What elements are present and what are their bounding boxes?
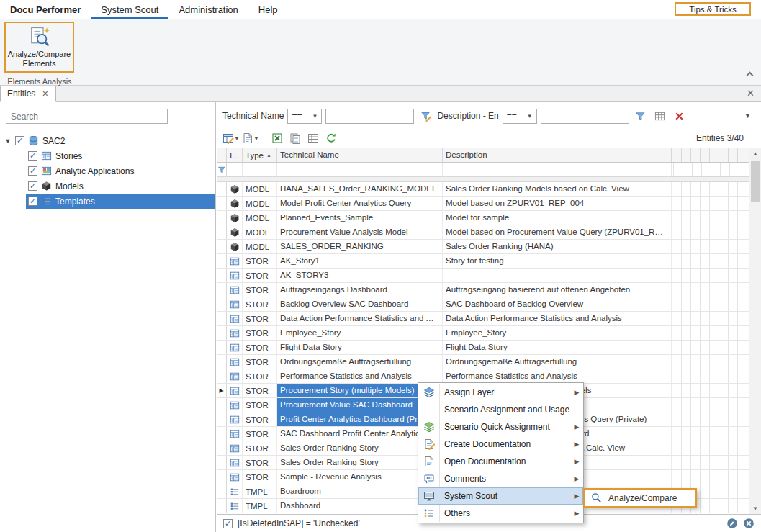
filter-grid-button[interactable] (652, 109, 668, 124)
analyze-compare-elements-button[interactable]: Analyze/Compare Elements (4, 22, 74, 73)
tree-root-sac2[interactable]: ▼✓SAC2 (0, 133, 215, 148)
row-indicator (217, 456, 227, 469)
menu-item-label: System Scout (439, 491, 570, 501)
document-menu-button[interactable]: ▼ (242, 130, 259, 146)
search-input[interactable] (6, 109, 168, 124)
checkbox[interactable]: ✓ (28, 197, 37, 206)
table-row[interactable]: STORAuftragseingangs DashboardAuftragsei… (217, 283, 749, 297)
technical-name-filter-input[interactable] (325, 109, 414, 124)
database-icon (28, 135, 39, 146)
grid-icon (307, 132, 319, 144)
row-indicator (217, 369, 227, 383)
copy-button[interactable] (287, 130, 303, 146)
story-icon (227, 398, 243, 412)
checkbox[interactable]: ✓ (28, 181, 37, 191)
table-row[interactable]: STORBacklog Overview SAC DashboardSAC Da… (217, 297, 749, 312)
table-row[interactable]: MODLModel Profit Center Analytics QueryM… (217, 197, 749, 211)
vertical-scrollbar[interactable]: ▲ ▼ (749, 148, 761, 514)
tab-close-icon[interactable]: ✕ (42, 90, 48, 98)
menubar-item-system-scout[interactable]: System Scout (91, 0, 168, 19)
column-header-icon[interactable]: I... (227, 148, 243, 162)
technical-name-operator-select[interactable]: ==▼ (287, 109, 322, 124)
table-row[interactable]: STORAK_Story1Story for testing (217, 254, 749, 269)
table-row[interactable]: STORData Action Performance Statistics a… (217, 312, 749, 326)
description-cell: Model for sample (443, 211, 672, 225)
scroll-up-icon[interactable]: ▲ (749, 148, 761, 159)
menu-item-others[interactable]: Others▶ (418, 505, 583, 522)
checkbox[interactable]: ✓ (28, 166, 37, 176)
table-row[interactable]: STORAK_STORY3 (217, 269, 749, 283)
menu-item-system-scout[interactable]: System Scout▶ (418, 487, 583, 505)
menubar-item-docu-performer[interactable]: Docu Performer (0, 0, 91, 19)
story-icon (227, 427, 243, 441)
tabstrip-close-icon[interactable]: ✕ (747, 89, 755, 98)
table-row[interactable]: MODLHANA_SALES_Order_RANKING_MODELSales … (217, 182, 749, 197)
fixed-row-separator (217, 177, 749, 182)
type-cell: TMPL (243, 499, 277, 513)
edit-view-button[interactable]: ▼ (222, 130, 240, 146)
story-icon (227, 412, 243, 426)
status-filter-checkbox[interactable]: ✓ (223, 519, 233, 528)
edit-filter-icon[interactable] (726, 518, 738, 529)
menu-item-comments[interactable]: Comments▶ (418, 470, 583, 487)
scrollbar-thumb[interactable] (751, 161, 760, 202)
table-row[interactable]: STORFlight Data StoryFlight Data Story (217, 341, 749, 355)
tips-tricks-button[interactable]: Tips & Tricks (675, 2, 751, 16)
description-cell: Sales Order Ranking (HANA) (443, 240, 672, 253)
column-header-technical-name[interactable]: Technical Name (277, 148, 443, 162)
scroll-down-icon[interactable]: ▼ (749, 502, 761, 514)
tab-entities[interactable]: Entities ✕ (0, 86, 56, 102)
table-row[interactable]: STOREmployee_StoryEmployee_Story (217, 326, 749, 341)
sidebar-item-analytic-applications[interactable]: ✓Analytic Applications (26, 163, 215, 179)
table-row[interactable]: MODLPlanned_Events_SampleModel for sampl… (217, 211, 749, 225)
type-cell: STOR (243, 398, 277, 412)
column-header-type[interactable]: Type▲ (243, 148, 277, 162)
table-row[interactable]: MODLSALES_ORDER_RANKINGSales Order Ranki… (217, 240, 749, 254)
filter-row-indicator (217, 163, 227, 176)
menu-item-scenario-quick-assignment[interactable]: Scenario Quick Assignment▶ (418, 418, 583, 436)
menubar-item-help[interactable]: Help (248, 0, 288, 19)
menu-item-assign-layer[interactable]: Assign Layer▶ (418, 384, 583, 401)
tree-expander-icon[interactable]: ▼ (4, 137, 12, 145)
menubar-item-administration[interactable]: Administration (168, 0, 248, 19)
grid-edit-icon (222, 132, 234, 144)
table-row[interactable]: STORPerformance Statistics and AnalysisP… (217, 369, 749, 384)
chevron-down-icon: ▼ (253, 135, 259, 142)
empty-cells (672, 197, 749, 210)
sidebar-item-stories[interactable]: ✓Stories (26, 148, 215, 163)
menu-item-create-documentation[interactable]: Create Documentation▶ (418, 436, 583, 453)
story-icon (227, 355, 243, 369)
clear-filter-button[interactable] (672, 109, 688, 124)
story-icon (227, 341, 243, 354)
analyze-compare-menu-item[interactable]: Analyze/Compare (585, 492, 695, 503)
table-row[interactable]: STOROrdnungsgemäße AuftragserfüllungOrdn… (217, 355, 749, 369)
refresh-icon (325, 132, 337, 144)
sidebar-item-templates[interactable]: ✓Templates (26, 194, 215, 209)
menu-item-open-documentation[interactable]: Open Documentation▶ (418, 453, 583, 470)
empty-cells (672, 240, 749, 253)
description-filter-input[interactable] (541, 109, 629, 124)
checkbox[interactable]: ✓ (15, 136, 24, 145)
apply-filter-button[interactable] (633, 109, 649, 124)
checkbox[interactable]: ✓ (28, 151, 37, 161)
layout-button[interactable] (305, 130, 321, 146)
apps-icon (41, 166, 52, 176)
export-button[interactable] (269, 130, 285, 146)
refresh-button[interactable] (323, 130, 339, 146)
row-indicator (217, 312, 227, 325)
filter-dropdown-chevron[interactable]: ▼ (744, 112, 754, 120)
row-indicator (217, 225, 227, 239)
column-header-description[interactable]: Description (443, 148, 672, 162)
close-filter-icon[interactable] (743, 518, 755, 529)
technical-name-cell: Data Action Performance Statistics and A… (277, 312, 443, 325)
row-indicator (217, 398, 227, 412)
empty-cells (672, 398, 749, 412)
ribbon-collapse-icon[interactable] (747, 72, 754, 79)
filter-edit-button[interactable] (418, 109, 433, 124)
description-operator-select[interactable]: ==▼ (503, 109, 537, 124)
empty-cells (672, 225, 749, 239)
menu-item-scenario-assignment-and-usage[interactable]: Scenario Assignment and Usage (418, 401, 583, 418)
table-row[interactable]: MODLProcurement Value Analysis ModelMode… (217, 225, 749, 240)
sidebar-item-models[interactable]: ✓Models (26, 179, 215, 194)
table-auto-filter-row[interactable] (217, 163, 749, 177)
